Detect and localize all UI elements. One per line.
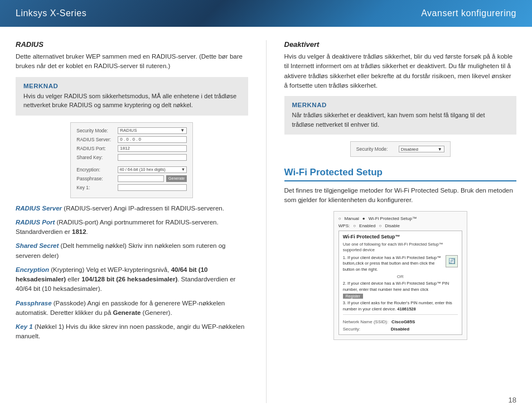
radius-merknad-box: MERKNAD Hvis du velger RADIUS som sikker… bbox=[16, 77, 248, 116]
encryption-para-label: Encryption bbox=[16, 266, 49, 273]
header-right-title: Avansert konfigurering bbox=[421, 8, 516, 18]
encryption-value: 40 / 64-bit (10 hex digits) ▼ bbox=[118, 166, 187, 173]
shared-key-value bbox=[118, 154, 187, 161]
deaktivert-section-body: Hvis du velger å deaktivere trådløs sikk… bbox=[284, 52, 517, 90]
screenshot-encryption-row: Encryption: 40 / 64-bit (10 hex digits) … bbox=[76, 166, 187, 173]
wifi-network-name-value: CiscoG85S bbox=[391, 319, 415, 324]
shared-key-label: Shared Key: bbox=[76, 155, 115, 160]
wifi-step2-text: 2. If your client device has a Wi-Fi Pro… bbox=[343, 281, 458, 293]
disabled-screenshot: Security Mode: Disabled ▼ bbox=[350, 141, 451, 157]
wifi-or-divider: OR bbox=[343, 274, 458, 279]
wifi-register-button[interactable]: Register bbox=[343, 294, 363, 299]
generate-button[interactable]: Generate bbox=[166, 175, 187, 182]
wifi-screenshot: ○ Manual ● Wi-Fi Protected Setup™ WPS: ○… bbox=[333, 211, 467, 341]
radius-section-title: RADIUS bbox=[16, 40, 248, 49]
radius-screenshot: Security Mode: RADIUS ▼ RADIUS Server: 0… bbox=[70, 122, 193, 198]
disabled-screenshot-row: Security Mode: Disabled ▼ bbox=[356, 146, 444, 152]
key1-para: Key 1 (Nøkkel 1) Hvis du ikke skrev inn … bbox=[16, 322, 248, 342]
radius-port-para-label: RADIUS Port bbox=[16, 219, 55, 226]
wps-disable-label: Disable bbox=[385, 223, 400, 228]
key1-para-text: (Nøkkel 1) Hvis du ikke skrev inn noen p… bbox=[16, 323, 244, 339]
wifi-security-value: Disabled bbox=[391, 327, 409, 332]
radius-section-body: Dette alternativet bruker WEP sammen med… bbox=[16, 52, 248, 71]
header: Linksys X-Series Avansert konfigurering bbox=[0, 0, 532, 27]
screenshot-key1-row: Key 1: bbox=[76, 184, 187, 191]
wifi-pin-number: 41861528 bbox=[397, 306, 415, 312]
wifi-step2-row: 2. If your client device has a Wi-Fi Pro… bbox=[343, 281, 458, 299]
radius-server-value: 0 . 0 . 0 . 0 bbox=[118, 136, 187, 143]
wifi-footer: Network Name (SSID): CiscoG85S Security:… bbox=[343, 314, 458, 332]
wifi-radio-row: ○ Manual ● Wi-Fi Protected Setup™ bbox=[338, 216, 462, 221]
wifi-network-name-row: Network Name (SSID): CiscoG85S bbox=[343, 319, 458, 324]
radius-server-para: RADIUS Server (RADIUS-server) Angi IP-ad… bbox=[16, 204, 248, 213]
encryption-para-text: (Kryptering) Velg et WEP-krypteringsnivå… bbox=[16, 266, 235, 293]
passphrase-para-label: Passphrase bbox=[16, 300, 52, 306]
shared-secret-para-label: Shared Secret bbox=[16, 242, 59, 249]
wifi-protected-radio-label: Wi-Fi Protected Setup™ bbox=[369, 216, 417, 221]
screenshot-radius-port-row: RADIUS Port: 1812 bbox=[76, 145, 187, 152]
disabled-security-label: Security Mode: bbox=[356, 146, 396, 152]
wps-label: WPS: bbox=[338, 223, 350, 228]
shared-secret-para: Shared Secret (Delt hemmelig nøkkel) Skr… bbox=[16, 241, 248, 261]
encryption-para: Encryption (Kryptering) Velg et WEP-kryp… bbox=[16, 265, 248, 294]
key1-label: Key 1: bbox=[76, 185, 115, 190]
wifi-inner-title: Wi-Fi Protected Setup™ bbox=[343, 234, 458, 239]
key1-para-label: Key 1 bbox=[16, 323, 33, 330]
passphrase-para: Passphrase (Passkode) Angi en passkode f… bbox=[16, 299, 248, 318]
screenshot-security-mode-row: Security Mode: RADIUS ▼ bbox=[76, 127, 187, 134]
disabled-security-value: Disabled ▼ bbox=[399, 146, 444, 152]
radius-server-para-extra: (RADIUS-server) bbox=[64, 205, 113, 212]
deaktivert-merknad-box: MERKNAD Når trådløs sikkerhet er deaktiv… bbox=[284, 96, 517, 135]
encryption-label: Encryption: bbox=[76, 167, 115, 173]
wifi-step1-row: 1. If your client device has a Wi-Fi Pro… bbox=[343, 255, 458, 273]
right-column: Deaktivert Hvis du velger å deaktivere t… bbox=[284, 40, 517, 403]
wifi-wps-row: WPS: ○ Enabled ○ Disable bbox=[338, 223, 462, 228]
column-divider bbox=[266, 40, 267, 403]
radius-port-label: RADIUS Port: bbox=[76, 146, 115, 151]
wifi-section-title: Wi-Fi Protected Setup bbox=[284, 167, 517, 181]
passphrase-value bbox=[118, 175, 164, 182]
radius-server-label: RADIUS Server: bbox=[76, 137, 115, 142]
wifi-security-label: Security: bbox=[343, 327, 388, 332]
wifi-inner-box: Wi-Fi Protected Setup™ Use one of follow… bbox=[338, 231, 462, 336]
wifi-network-name-label: Network Name (SSID): bbox=[343, 319, 388, 324]
deaktivert-section-title: Deaktivert bbox=[284, 40, 517, 49]
wps-enable-label: Enabled bbox=[359, 223, 375, 228]
wifi-step1-text: 1. If your client device has a Wi-Fi Pro… bbox=[343, 255, 442, 273]
screenshot-radius-server-row: RADIUS Server: 0 . 0 . 0 . 0 bbox=[76, 136, 187, 143]
left-column: RADIUS Dette alternativet bruker WEP sam… bbox=[16, 40, 248, 403]
screenshot-passphrase-row: Passphrase: Generate bbox=[76, 175, 187, 182]
wifi-use-one-of: Use one of following for each Wi-Fi Prot… bbox=[343, 242, 458, 253]
radius-merknad-title: MERKNAD bbox=[23, 83, 240, 89]
wifi-security-row: Security: Disabled bbox=[343, 327, 458, 332]
radius-port-para: RADIUS Port (RADIUS-port) Angi portnumme… bbox=[16, 218, 248, 237]
main-content: RADIUS Dette alternativet bruker WEP sam… bbox=[0, 27, 532, 412]
radius-port-value: 1812 bbox=[118, 145, 187, 152]
wifi-step3-row: 3. If your client asks for the Router's … bbox=[343, 300, 458, 312]
passphrase-label: Passphrase: bbox=[76, 176, 115, 181]
page-number: 18 bbox=[509, 396, 516, 404]
security-mode-label: Security Mode: bbox=[76, 128, 115, 133]
security-mode-value: RADIUS ▼ bbox=[118, 127, 187, 134]
manual-radio-label: Manual bbox=[345, 216, 359, 221]
screenshot-shared-key-row: Shared Key: bbox=[76, 154, 187, 161]
wifi-step1-icon: 🔄 bbox=[446, 255, 458, 267]
header-left-title: Linksys X-Series bbox=[16, 8, 86, 18]
radius-server-para-label: RADIUS Server bbox=[16, 205, 62, 212]
deaktivert-merknad-title: MERKNAD bbox=[292, 102, 509, 108]
radius-merknad-body: Hvis du velger RADIUS som sikkerhetsmodu… bbox=[23, 92, 240, 110]
key1-value bbox=[118, 184, 187, 191]
deaktivert-merknad-body: Når trådløs sikkerhet er deaktivert, kan… bbox=[292, 111, 509, 129]
wifi-section-body: Det finnes tre tilgjengelige metoder for… bbox=[284, 186, 517, 205]
radius-server-para-text: Angi IP-adressen til RADIUS-serveren. bbox=[114, 205, 224, 212]
